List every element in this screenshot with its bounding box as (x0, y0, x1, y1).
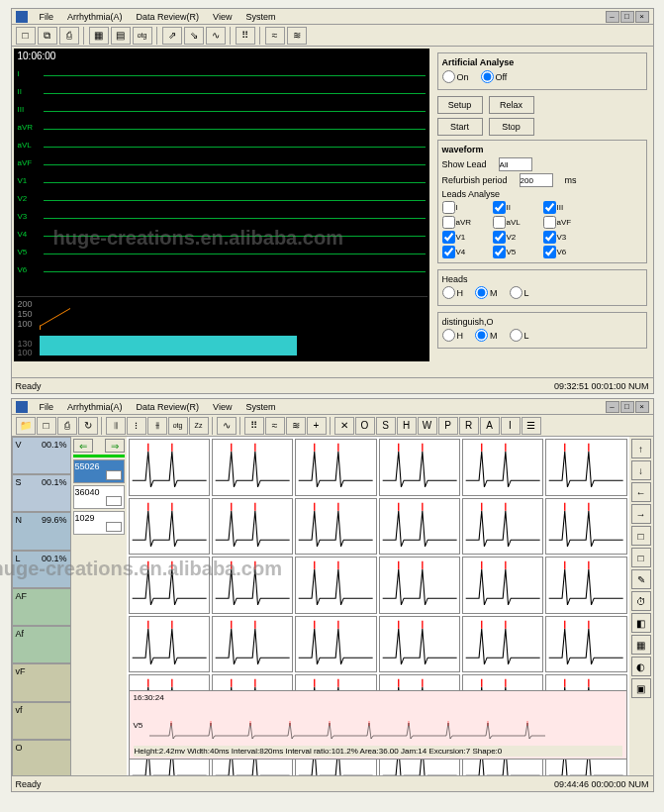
rtool-0-icon[interactable]: ↑ (631, 439, 651, 458)
rtool-10-icon[interactable]: ◐ (631, 657, 651, 676)
menu-file[interactable]: File (34, 12, 60, 22)
radio-m[interactable]: M (475, 329, 498, 342)
rtool-1-icon[interactable]: ↓ (631, 460, 651, 480)
close-icon[interactable]: × (635, 401, 649, 413)
segment-item[interactable]: 1029 (73, 511, 125, 535)
tool-otg-icon[interactable]: otg (133, 27, 152, 45)
tool-x2-icon[interactable]: ≋ (287, 27, 307, 45)
rtool-6-icon[interactable]: ✎ (631, 569, 651, 589)
class-n[interactable]: N99.6% (12, 512, 71, 550)
beat-cell[interactable] (129, 498, 210, 556)
check-I[interactable]: I (442, 201, 491, 214)
radio-h[interactable]: H (442, 286, 464, 299)
class-v[interactable]: V00.1% (12, 437, 71, 474)
beat-cell[interactable] (462, 616, 543, 673)
check-III[interactable]: III (543, 201, 592, 214)
class-af[interactable]: Af (12, 626, 71, 663)
tool-x1-icon[interactable]: ≈ (265, 27, 285, 45)
maximize-icon[interactable]: □ (620, 401, 634, 413)
tool-h-button[interactable]: H (397, 417, 417, 435)
check-V6[interactable]: V6 (543, 246, 592, 258)
maximize-icon[interactable]: □ (620, 11, 634, 23)
tool-chart2-icon[interactable]: ⫵ (147, 417, 167, 435)
rtool-2-icon[interactable]: ← (631, 482, 651, 502)
tool-refresh-icon[interactable]: ↻ (78, 417, 98, 435)
tool-i-button[interactable]: I (501, 417, 521, 435)
beat-cell[interactable] (295, 557, 376, 614)
tool-o-button[interactable]: O (355, 417, 375, 435)
tool-list-icon[interactable]: ☰ (522, 417, 541, 435)
relax-button[interactable]: Relax (489, 96, 534, 114)
check-aVF[interactable]: aVF (543, 216, 592, 229)
minimize-icon[interactable]: – (606, 401, 619, 413)
class-vf[interactable]: vf (12, 702, 71, 740)
beat-cell[interactable] (545, 616, 626, 673)
menu-data-review[interactable]: Data Review(R) (131, 402, 206, 412)
tool-p-button[interactable]: P (438, 417, 458, 435)
beat-cell[interactable] (129, 439, 210, 496)
tool-wave-icon[interactable]: ∿ (206, 27, 226, 45)
tool-x1-icon[interactable]: ≈ (265, 417, 285, 435)
radio-h[interactable]: H (442, 329, 464, 342)
beat-cell[interactable] (212, 498, 293, 556)
class-vf[interactable]: vF (12, 663, 71, 701)
beat-cell[interactable] (212, 439, 293, 496)
menu-file[interactable]: File (34, 402, 60, 412)
tool-settings-icon[interactable]: ✕ (334, 417, 354, 435)
refurbish-input[interactable] (520, 173, 553, 187)
next-button[interactable]: ⇒ (105, 439, 125, 453)
menu-view[interactable]: View (207, 12, 237, 22)
tool-page-icon[interactable]: □ (37, 417, 56, 435)
tool-otg-icon[interactable]: otg (168, 417, 188, 435)
segment-item[interactable]: 36040 (73, 485, 125, 509)
start-button[interactable]: Start (437, 118, 483, 136)
radio-on[interactable]: On (442, 70, 469, 83)
menu-system[interactable]: System (239, 402, 281, 412)
prev-button[interactable]: ⇐ (73, 439, 93, 453)
close-icon[interactable]: × (635, 11, 649, 23)
tool-w-button[interactable]: W (418, 417, 437, 435)
beat-cell[interactable] (545, 439, 626, 496)
rtool-11-icon[interactable]: ▣ (631, 678, 651, 698)
beat-cell[interactable] (379, 557, 460, 614)
tool-plus-icon[interactable]: + (307, 417, 327, 435)
tool-chart-icon[interactable]: ⇗ (162, 27, 182, 45)
tool-chart-icon[interactable]: ⫶ (127, 417, 146, 435)
rtool-4-icon[interactable]: □ (631, 526, 651, 546)
check-II[interactable]: II (493, 201, 541, 214)
menu-arrhythmia[interactable]: Arrhythmia(A) (61, 402, 129, 412)
menu-view[interactable]: View (207, 402, 237, 412)
tool-chart2-icon[interactable]: ⇘ (184, 27, 204, 45)
tool-s-button[interactable]: S (376, 417, 396, 435)
check-aVR[interactable]: aVR (442, 216, 491, 229)
check-V3[interactable]: V3 (543, 231, 592, 244)
beat-cell[interactable] (129, 557, 210, 614)
radio-off[interactable]: Off (481, 70, 508, 83)
rtool-5-icon[interactable]: □ (631, 548, 651, 567)
beat-cell[interactable] (379, 616, 460, 673)
beat-cell[interactable] (212, 616, 293, 673)
beat-cell[interactable] (212, 557, 293, 614)
beat-cell[interactable] (379, 439, 460, 496)
beat-cell[interactable] (295, 616, 376, 673)
tool-copy-icon[interactable]: ⧉ (38, 27, 57, 45)
tool-zz-icon[interactable]: Zz (189, 417, 209, 435)
tool-bars-icon[interactable]: ⫴ (106, 417, 126, 435)
segment-item[interactable]: 55026 (73, 459, 125, 483)
tool-wave-icon[interactable]: ∿ (217, 417, 237, 435)
menu-data-review[interactable]: Data Review(R) (131, 12, 206, 22)
tool-table-icon[interactable]: ▤ (111, 27, 131, 45)
beat-cell[interactable] (462, 498, 543, 556)
tool-print-icon[interactable]: ⎙ (57, 417, 77, 435)
check-V4[interactable]: V4 (442, 246, 491, 258)
beat-cell[interactable] (545, 557, 626, 614)
tool-a-button[interactable]: A (480, 417, 500, 435)
beat-cell[interactable] (295, 439, 376, 496)
beat-cell[interactable] (295, 498, 376, 556)
tool-new-icon[interactable]: □ (16, 27, 36, 45)
rhythm-strip[interactable]: 16:30:24 V5 Height:2.42mv Width:40ms Int… (129, 690, 627, 760)
minimize-icon[interactable]: – (606, 11, 619, 23)
tool-open-icon[interactable]: 📁 (16, 417, 36, 435)
check-V5[interactable]: V5 (493, 246, 541, 258)
rtool-3-icon[interactable]: → (631, 504, 651, 524)
